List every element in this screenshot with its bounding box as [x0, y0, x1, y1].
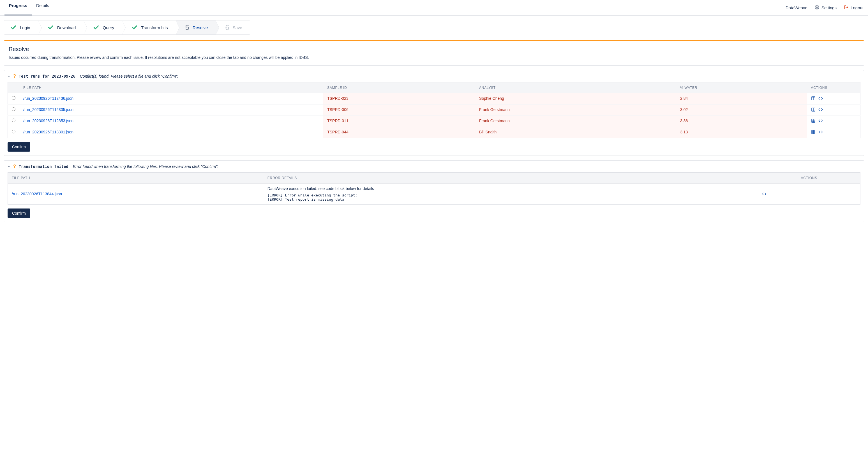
caret-down-icon: ▼: [7, 75, 10, 78]
topnav-right: DataWeave Settings Logout: [785, 5, 864, 10]
step-query[interactable]: Query: [84, 21, 122, 34]
cell-sample-id: TSPRD-023: [323, 93, 475, 104]
step-login[interactable]: Login: [4, 21, 38, 34]
table-row: /run_20230926T113844.json DataWeave exec…: [8, 183, 861, 205]
group-title: Transformation failed: [19, 164, 68, 169]
topnav: Progress Details DataWeave Settings Logo…: [0, 0, 868, 16]
col-actions: ACTIONS: [758, 173, 861, 183]
table-row: /run_20230926T112353.json TSPRD-011 Fran…: [8, 116, 861, 127]
conflicts-table: FILE PATH SAMPLE ID ANALYST % WATER ACTI…: [7, 82, 861, 138]
question-icon: ?: [13, 74, 16, 79]
gear-icon: [815, 5, 819, 10]
question-icon: ?: [13, 164, 16, 169]
topnav-tabs: Progress Details: [4, 0, 54, 15]
group-subtitle: Error found when transforming the follow…: [73, 164, 219, 169]
cell-sample-id: TSPRD-044: [323, 127, 475, 138]
step-save: 6 Save: [216, 21, 250, 34]
tab-details[interactable]: Details: [32, 0, 54, 15]
settings-label: Settings: [822, 5, 837, 10]
table-row: /run_20230926T113301.json TSPRD-044 Bill…: [8, 127, 861, 138]
brand-label: DataWeave: [785, 5, 807, 10]
col-sample-id: SAMPLE ID: [323, 82, 475, 93]
confirm-button[interactable]: Confirm: [7, 208, 30, 218]
step-wizard: Login Download Query Transform hits 5 Re…: [0, 16, 868, 35]
step-download[interactable]: Download: [38, 21, 84, 34]
confirm-button[interactable]: Confirm: [7, 142, 30, 152]
table-row: /run_20230926T112436.json TSPRD-023 Soph…: [8, 93, 861, 104]
settings-link[interactable]: Settings: [815, 5, 837, 10]
step-label: Save: [233, 25, 242, 30]
step-transform-hits[interactable]: Transform hits: [122, 21, 176, 34]
view-code-icon[interactable]: [818, 119, 823, 123]
cell-analyst: Sophie Cheng: [475, 93, 676, 104]
group-test-runs: ▼ ? Test runs for 2023-09-26 Conflict(s)…: [4, 70, 864, 156]
view-table-icon[interactable]: [811, 130, 815, 134]
step-number: 5: [185, 23, 189, 32]
cell-sample-id: TSPRD-011: [323, 116, 475, 127]
step-label: Resolve: [193, 25, 208, 30]
row-select-radio[interactable]: [12, 130, 16, 133]
file-path-link[interactable]: /run_20230926T112335.json: [23, 107, 73, 112]
step-number: 6: [225, 23, 229, 32]
group-header[interactable]: ▼ ? Test runs for 2023-09-26 Conflict(s)…: [7, 73, 861, 81]
col-file-path: FILE PATH: [19, 82, 323, 93]
row-select-radio[interactable]: [12, 119, 16, 122]
check-icon: [48, 24, 54, 31]
group-title: Test runs for 2023-09-26: [19, 74, 75, 78]
check-icon: [10, 24, 17, 31]
logout-label: Logout: [850, 5, 864, 10]
cell-analyst: Frank Gerstmann: [475, 116, 676, 127]
row-select-radio[interactable]: [12, 107, 16, 111]
step-label: Transform hits: [141, 25, 168, 30]
cell-analyst: Bill Snaith: [475, 127, 676, 138]
svg-point-0: [816, 7, 817, 8]
file-path-link[interactable]: /run_20230926T112353.json: [23, 119, 73, 123]
file-path-link[interactable]: /run_20230926T113301.json: [23, 130, 73, 134]
view-code-icon[interactable]: [818, 107, 823, 112]
cell-error-details: DataWeave execution failed: see code blo…: [264, 183, 758, 205]
group-subtitle: Conflict(s) found. Please select a file …: [80, 74, 179, 78]
cell-analyst: Frank Gerstmann: [475, 104, 676, 116]
file-path-link[interactable]: /run_20230926T112436.json: [23, 96, 73, 101]
group-transformation-failed: ▼ ? Transformation failed Error found wh…: [4, 160, 864, 222]
panel-desc: Issues occurred during transformation. P…: [9, 55, 859, 60]
table-row: /run_20230926T112335.json TSPRD-006 Fran…: [8, 104, 861, 116]
view-code-icon[interactable]: [818, 130, 823, 134]
row-select-radio[interactable]: [12, 96, 16, 100]
caret-down-icon: ▼: [7, 165, 10, 168]
col-error-details: ERROR DETAILS: [264, 173, 758, 183]
logout-icon: [844, 5, 848, 10]
file-path-link[interactable]: /run_20230926T113844.json: [12, 192, 62, 196]
resolve-panel: Resolve Issues occurred during transform…: [4, 40, 864, 66]
step-label: Query: [103, 25, 114, 30]
cell-pct-water: 2.84: [676, 93, 807, 104]
logout-link[interactable]: Logout: [844, 5, 864, 10]
view-code-icon[interactable]: [818, 96, 823, 101]
col-actions: ACTIONS: [807, 82, 861, 93]
view-table-icon[interactable]: [811, 119, 815, 123]
cell-sample-id: TSPRD-006: [323, 104, 475, 116]
check-icon: [93, 24, 99, 31]
check-icon: [131, 24, 138, 31]
errors-table: FILE PATH ERROR DETAILS ACTIONS /run_202…: [7, 172, 861, 205]
col-file-path: FILE PATH: [8, 173, 264, 183]
step-resolve[interactable]: 5 Resolve: [176, 21, 216, 34]
col-select: [8, 82, 20, 93]
cell-pct-water: 3.13: [676, 127, 807, 138]
error-code-block: [ERROR] Error while executing the script…: [268, 193, 754, 201]
view-table-icon[interactable]: [811, 96, 815, 101]
step-label: Download: [57, 25, 76, 30]
panel-title: Resolve: [9, 46, 859, 53]
col-analyst: ANALYST: [475, 82, 676, 93]
cell-pct-water: 3.02: [676, 104, 807, 116]
view-code-icon[interactable]: [762, 192, 856, 196]
step-label: Login: [20, 25, 30, 30]
error-message: DataWeave execution failed: see code blo…: [268, 187, 754, 191]
cell-pct-water: 3.36: [676, 116, 807, 127]
group-header[interactable]: ▼ ? Transformation failed Error found wh…: [7, 163, 861, 171]
view-table-icon[interactable]: [811, 107, 815, 112]
col-pct-water: % WATER: [676, 82, 807, 93]
tab-progress[interactable]: Progress: [4, 0, 32, 15]
